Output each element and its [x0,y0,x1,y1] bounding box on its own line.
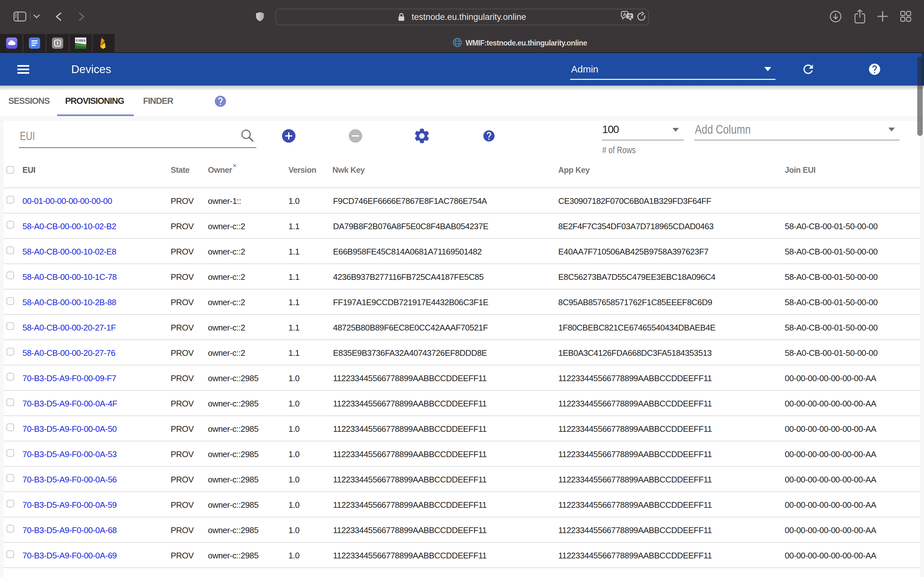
svg-text:USDA: USDA [76,39,86,42]
svg-text:A: A [623,11,627,17]
svg-text:文: 文 [628,14,632,19]
